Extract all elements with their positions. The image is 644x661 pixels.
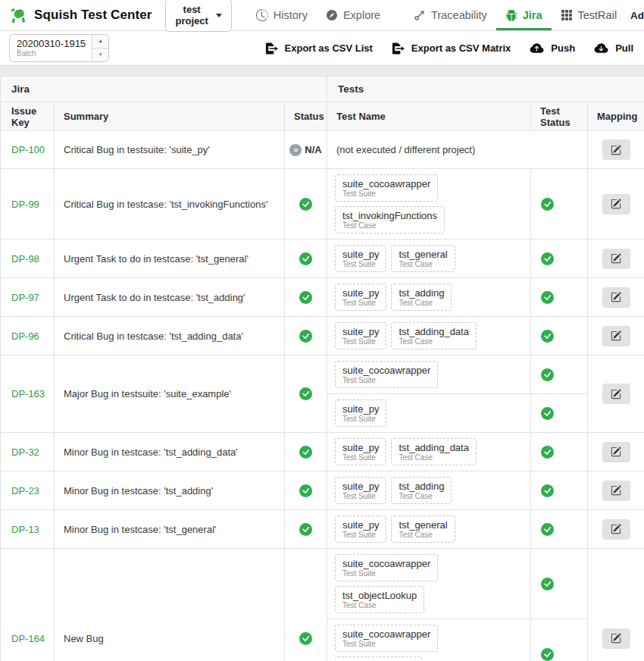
- nav-item-traceability[interactable]: Traceability: [405, 0, 496, 30]
- test-suite-chip[interactable]: suite_pyTest Suite: [335, 399, 386, 427]
- nav-item-label: Explore: [343, 9, 380, 21]
- pass-check-icon: [299, 484, 312, 497]
- summary-cell: Major Bug in testsuite: 'suite_example': [55, 356, 285, 433]
- chip-name: suite_cocoawrapper: [342, 628, 430, 640]
- column-header-test-name: Test Name: [327, 102, 531, 131]
- test-case-chip[interactable]: tst_adding_dataTest Case: [391, 438, 477, 465]
- export-csv-matrix-button[interactable]: Export as CSV Matrix: [391, 42, 511, 55]
- issue-key-link[interactable]: DP-97: [11, 292, 39, 303]
- chip-name: suite_cocoawrapper: [342, 365, 430, 376]
- push-button[interactable]: Push: [529, 42, 575, 55]
- summary-cell: Critical Bug in testcase: 'tst_adding_da…: [55, 317, 285, 356]
- test-suite-chip[interactable]: suite_pyTest Suite: [335, 477, 386, 504]
- issue-key-link[interactable]: DP-96: [11, 330, 39, 342]
- batch-spin-down-button[interactable]: ▼: [92, 48, 108, 61]
- test-case-chip[interactable]: tst_mouseClicksTest Case: [335, 656, 422, 661]
- test-suite-chip[interactable]: suite_pyTest Suite: [335, 245, 386, 272]
- table-row: DP-96Critical Bug in testcase: 'tst_addi…: [1, 317, 644, 356]
- project-selector[interactable]: test project: [165, 0, 231, 32]
- test-suite-chip[interactable]: suite_cocoawrapperTest Suite: [335, 625, 438, 652]
- pass-check-icon: [541, 407, 554, 420]
- issue-status-cell: [285, 278, 327, 317]
- issue-key-link[interactable]: DP-163: [11, 388, 45, 399]
- chip-kind-label: Test Suite: [342, 190, 430, 199]
- test-chips: suite_cocoawrapperTest Suitetst_invoking…: [335, 174, 523, 233]
- summary-cell: Minor Bug in testcase: 'tst_general': [55, 510, 285, 549]
- mapping-edit-button[interactable]: [602, 287, 630, 308]
- mapping-cell: [588, 169, 644, 240]
- user-menu[interactable]: Administrator: [626, 9, 644, 22]
- brand[interactable]: Squish Test Center: [9, 6, 152, 25]
- chip-kind-label: Test Suite: [342, 260, 379, 269]
- pass-check-icon: [299, 387, 312, 400]
- nav-item-jira[interactable]: Jira: [496, 0, 552, 30]
- mapping-edit-button[interactable]: [602, 384, 630, 404]
- test-case-chip[interactable]: tst_addingTest Case: [391, 477, 452, 504]
- mapping-edit-button[interactable]: [602, 139, 630, 160]
- column-header-test-status: Test Status: [531, 102, 588, 131]
- issue-key-link[interactable]: DP-99: [11, 199, 39, 210]
- mapping-edit-button[interactable]: [602, 519, 630, 540]
- mapping-edit-button[interactable]: [602, 628, 630, 649]
- test-status-cell: [531, 240, 588, 278]
- issue-key-link[interactable]: DP-32: [11, 446, 39, 458]
- test-case-chip[interactable]: tst_generalTest Case: [391, 245, 455, 272]
- table-row: DP-97Urgent Task to do in testcase: 'tst…: [1, 278, 644, 317]
- app-title: Squish Test Center: [34, 8, 152, 23]
- batch-selector[interactable]: 20200310-1915 Batch ▲ ▼: [9, 34, 109, 62]
- explore-icon: [326, 9, 338, 21]
- test-suite-chip[interactable]: suite_pyTest Suite: [335, 438, 386, 465]
- test-case-chip[interactable]: tst_adding_dataTest Case: [391, 322, 477, 349]
- test-suite-chip[interactable]: suite_pyTest Suite: [335, 515, 386, 543]
- chip-kind-label: Test Suite: [342, 453, 379, 462]
- table-row: DP-164New Bug suite_cocoawrapperTest Sui…: [1, 549, 644, 619]
- export-csv-list-button[interactable]: Export as CSV List: [264, 42, 373, 55]
- issue-status-cell: [285, 471, 327, 510]
- test-suite-chip[interactable]: suite_cocoawrapperTest Suite: [335, 361, 438, 388]
- mapping-cell: [588, 278, 644, 317]
- toolbar-action-label: Export as CSV List: [285, 42, 373, 54]
- issue-key-link[interactable]: DP-164: [11, 633, 45, 644]
- project-selector-label: test project: [175, 4, 208, 27]
- column-header-status: Status: [285, 102, 327, 131]
- issue-key-link[interactable]: DP-13: [11, 524, 39, 535]
- nav-item-explore[interactable]: Explore: [317, 0, 389, 30]
- nav-item-testrail[interactable]: TestRail: [552, 0, 627, 30]
- test-suite-chip[interactable]: suite_cocoawrapperTest Suite: [335, 174, 438, 202]
- test-case-chip[interactable]: tst_objectLookupTest Case: [335, 586, 424, 613]
- test-case-chip[interactable]: tst_invokingFunctionsTest Case: [335, 206, 445, 233]
- pass-check-icon: [299, 446, 312, 459]
- issue-key-link[interactable]: DP-100: [11, 144, 45, 155]
- issue-key-cell: DP-163: [1, 356, 55, 433]
- issue-key-link[interactable]: DP-98: [11, 253, 39, 265]
- user-name: Administrator: [630, 10, 644, 21]
- mapping-edit-button[interactable]: [602, 326, 630, 346]
- test-status-cell: [531, 549, 588, 619]
- issue-key-link[interactable]: DP-23: [11, 485, 39, 497]
- chip-name: tst_adding_data: [399, 442, 469, 453]
- pull-button[interactable]: Pull: [593, 42, 633, 55]
- test-status-cell: [531, 619, 588, 661]
- mapping-edit-button[interactable]: [602, 249, 630, 269]
- nav-item-history[interactable]: History: [247, 0, 317, 30]
- mapping-edit-button[interactable]: [602, 481, 630, 501]
- test-name-cell: suite_pyTest Suite: [327, 394, 531, 433]
- test-case-chip[interactable]: tst_addingTest Case: [391, 284, 452, 311]
- mapping-edit-button[interactable]: [602, 442, 630, 462]
- pass-check-icon: [541, 446, 554, 459]
- test-suite-chip[interactable]: suite_pyTest Suite: [335, 322, 386, 349]
- pass-check-icon: [299, 330, 312, 343]
- issue-key-cell: DP-99: [1, 169, 55, 240]
- test-case-chip[interactable]: tst_generalTest Case: [391, 515, 455, 543]
- test-suite-chip[interactable]: suite_pyTest Suite: [335, 284, 386, 311]
- chip-name: suite_py: [342, 442, 379, 453]
- test-suite-chip[interactable]: suite_cocoawrapperTest Suite: [335, 554, 438, 581]
- issue-status-cell: [285, 169, 327, 240]
- nav-item-label: Jira: [523, 9, 542, 21]
- chip-kind-label: Test Case: [399, 260, 447, 269]
- table-row: DP-100Critical Bug in testsuite: 'suite_…: [1, 131, 644, 169]
- batch-spin-up-button[interactable]: ▲: [92, 35, 108, 48]
- mapping-cell: [588, 549, 644, 661]
- mapping-edit-button[interactable]: [602, 194, 630, 215]
- chip-kind-label: Test Case: [399, 492, 444, 501]
